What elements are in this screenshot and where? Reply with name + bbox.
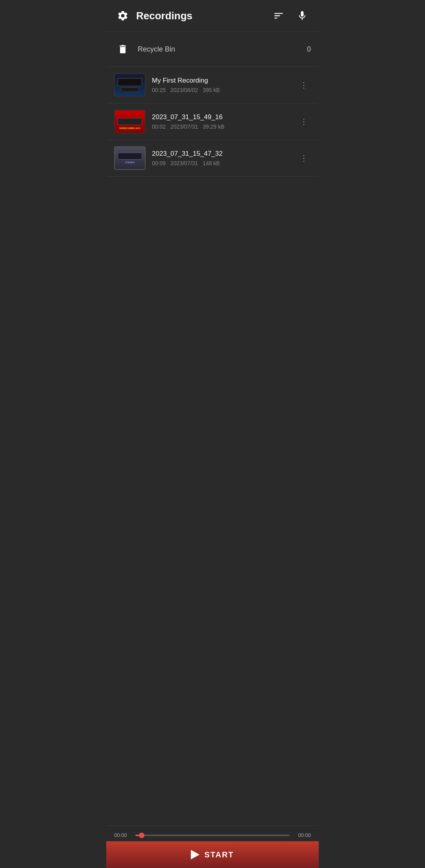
player-track[interactable] [135, 835, 290, 836]
header-right-icons [270, 7, 311, 24]
recording-date: 2023/07/31 [170, 123, 198, 130]
recording-name: 2023_07_31_15_47_32 [152, 150, 297, 158]
recording-item[interactable]: My First Recording 00:25 2023/08/02 395 … [106, 67, 319, 103]
player-progress-area: 00:00 00:00 [106, 826, 319, 841]
player-total-time: 00:00 [294, 832, 311, 838]
recording-more-button[interactable]: ⋮ [297, 114, 311, 129]
recycle-bin-count: 0 [307, 45, 311, 53]
recycle-bin-label: Recycle Bin [138, 45, 307, 53]
recycle-bin-icon [114, 41, 131, 58]
recording-meta: 00:09 2023/07/31 148 kB [152, 160, 297, 166]
player-bottom: 00:00 00:00 START [106, 826, 319, 868]
filter-button[interactable] [270, 7, 287, 24]
recycle-bin-row[interactable]: Recycle Bin 0 [106, 32, 319, 67]
empty-content-area [106, 501, 319, 826]
filter-icon [273, 10, 284, 21]
recording-thumbnail [114, 110, 146, 133]
start-button[interactable]: START [106, 841, 319, 868]
microphone-button[interactable] [294, 7, 311, 24]
recording-info: 2023_07_31_15_47_32 00:09 2023/07/31 148… [152, 150, 297, 166]
recording-date: 2023/08/02 [170, 87, 198, 93]
recording-info: 2023_07_31_15_49_16 00:02 2023/07/31 39.… [152, 113, 297, 130]
play-icon [191, 850, 200, 859]
recording-duration: 00:02 [152, 123, 166, 130]
recording-name: My First Recording [152, 77, 297, 85]
start-label: START [204, 850, 234, 859]
recording-item[interactable]: 2023_07_31_15_49_16 00:02 2023/07/31 39.… [106, 103, 319, 140]
recording-name: 2023_07_31_15_49_16 [152, 113, 297, 121]
settings-button[interactable] [114, 7, 131, 24]
recording-date: 2023/07/31 [170, 160, 198, 166]
player-current-time: 00:00 [114, 832, 131, 838]
recording-more-button[interactable]: ⋮ [297, 78, 311, 92]
recording-meta: 00:02 2023/07/31 39.29 kB [152, 123, 297, 130]
recording-info: My First Recording 00:25 2023/08/02 395 … [152, 77, 297, 93]
recording-more-button[interactable]: ⋮ [297, 151, 311, 165]
recording-list: My First Recording 00:25 2023/08/02 395 … [106, 67, 319, 501]
app-header: Recordings [106, 0, 319, 32]
recording-duration: 00:09 [152, 160, 166, 166]
recording-thumbnail [114, 73, 146, 97]
player-thumb[interactable] [139, 833, 144, 838]
recording-size: 148 kB [203, 160, 220, 166]
recording-item[interactable]: 2023_07_31_15_47_32 00:09 2023/07/31 148… [106, 140, 319, 177]
recording-size: 39.29 kB [203, 123, 224, 130]
recording-size: 395 kB [203, 87, 220, 93]
page-title: Recordings [131, 10, 270, 22]
microphone-icon [297, 10, 308, 21]
gear-icon [117, 10, 129, 22]
recording-thumbnail [114, 146, 146, 170]
recording-duration: 00:25 [152, 87, 166, 93]
recording-meta: 00:25 2023/08/02 395 kB [152, 87, 297, 93]
trash-icon [117, 44, 128, 55]
